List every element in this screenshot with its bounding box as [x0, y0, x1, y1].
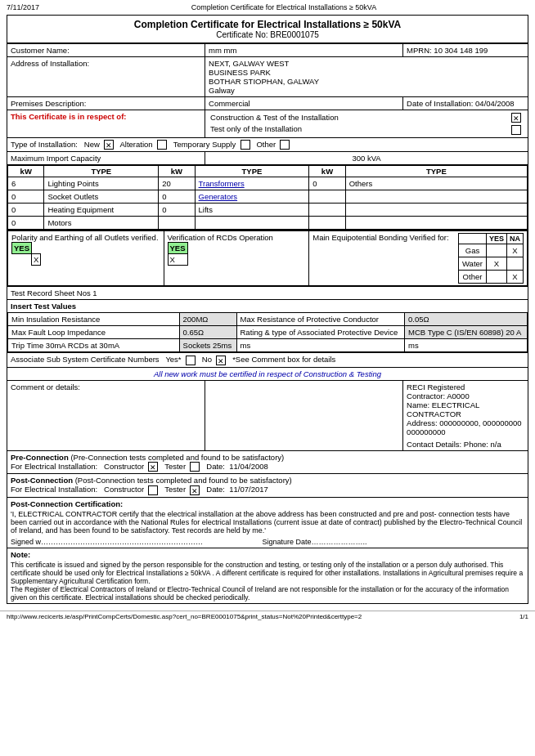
load-kw3-4 — [309, 217, 345, 230]
pre-connection-cell: Pre-Connection (Pre-Connection tests com… — [7, 450, 528, 473]
load-table-cell: kW TYPE kW TYPE kW TYPE 6 Lighting Point… — [7, 165, 528, 230]
load-kw3-1: 0 — [309, 177, 345, 190]
page: 7/11/2017 Completion Certificate for Ele… — [0, 0, 535, 756]
post-connection-row: Post-Connection (Post-Connection tests c… — [7, 474, 528, 497]
load-type2-4 — [195, 217, 309, 230]
yes-na-other-row: Other X — [459, 271, 524, 284]
customer-name-value: mm mm — [205, 44, 403, 57]
ins-row2: Max Fault Loop Impedance 0.65Ω Rating & … — [8, 326, 528, 339]
mprn-cell: MPRN: 10 304 148 199 — [403, 44, 528, 57]
address-row: Address of Installation: NEXT, GALWAY WE… — [7, 57, 528, 97]
customer-name-label: Customer Name: — [7, 44, 205, 57]
load-h-kw3: kW — [309, 166, 345, 177]
load-h-type1: TYPE — [44, 166, 159, 177]
main-outer-table: Customer Name: mm mm MPRN: 10 304 148 19… — [7, 43, 528, 604]
load-h-type2: TYPE — [195, 166, 309, 177]
checkbox-pre-tester — [190, 462, 200, 472]
max-fault-value-cell: 0.65Ω — [179, 326, 236, 339]
polarity-yes-table: YES X — [11, 242, 41, 266]
load-row-3: 0 Heating Equipment 0 Lifts — [8, 204, 528, 217]
yes-na-other-na: X — [507, 271, 524, 284]
reci-contact: Contact Details: Phone: n/a — [407, 440, 524, 449]
min-ins-label-cell: Min Insulation Resistance — [8, 313, 180, 326]
load-table-row: kW TYPE kW TYPE kW TYPE 6 Lighting Point… — [7, 165, 528, 230]
max-import-label: Maximum Import Capacity — [7, 152, 205, 165]
yes-na-h-yes: YES — [486, 234, 506, 244]
yes-na-table: YES NA Gas X Water — [458, 233, 524, 284]
yes-na-other-label: Other — [459, 271, 487, 284]
polarity-inner-row: Polarity and Earthing of all Outlets ver… — [8, 231, 528, 286]
polarity-yes-cell: YES — [12, 243, 32, 254]
load-h-type3: TYPE — [345, 166, 527, 177]
yes-na-water-yes: X — [486, 257, 506, 271]
load-row-4: 0 Motors — [8, 217, 528, 230]
load-kw2-2: 0 — [159, 190, 195, 204]
customer-name-row: Customer Name: mm mm MPRN: 10 304 148 19… — [7, 44, 528, 57]
yes-na-h-na: NA — [507, 234, 524, 244]
load-row-1: 6 Lighting Points 20 Transformers 0 Othe… — [8, 177, 528, 190]
premises-label: Premises Description: — [7, 97, 205, 110]
address-label: Address of Installation: — [7, 57, 205, 97]
load-type2-1: Transformers — [195, 177, 309, 190]
cert-title: Completion Certificate for Electrical In… — [9, 19, 526, 30]
checkbox-pre-constructor — [148, 462, 158, 472]
sub-system-row: Associate Sub System Certificate Numbers… — [7, 353, 528, 367]
checkbox-sub-no — [216, 356, 226, 365]
load-kw1-1: 6 — [8, 177, 44, 190]
installation-type-cell: Type of Installation: New Alteration Tem… — [7, 137, 528, 151]
bottom-page: 1/1 — [519, 613, 528, 620]
bottom-bar: http://www.recicerts.ie/asp/PrintCompCer… — [0, 611, 535, 622]
cert-no-label: Certificate No: — [216, 30, 268, 39]
load-h-kw1: kW — [8, 166, 44, 177]
load-type1-1: Lighting Points — [44, 177, 159, 190]
note-title: Note: — [11, 550, 30, 559]
cert-respect-options: Construction & Test of the Installation … — [205, 110, 528, 138]
sub-system-cell: Associate Sub System Certificate Numbers… — [7, 353, 528, 367]
yes-na-gas-yes — [486, 244, 506, 257]
respect-option2-text: Test only of the Installation — [209, 123, 508, 135]
test-record-row: Test Record Sheet Nos 1 — [7, 287, 528, 300]
load-type1-2: Socket Outlets — [44, 190, 159, 204]
cert-no-value: BRE0001075 — [270, 30, 319, 39]
checkbox-construction — [511, 113, 521, 123]
load-kw2-1: 20 — [159, 177, 195, 190]
cert-respect-label: This Certificate is in respect of: — [7, 110, 205, 138]
yes-na-h-label — [459, 234, 487, 244]
insert-test-row: Insert Test Values Min Insulation Resist… — [7, 300, 528, 353]
top-bar: 7/11/2017 Completion Certificate for Ele… — [0, 0, 535, 13]
notice-row: All new work must be certified in respec… — [7, 367, 528, 380]
post-cert-title: Post-Connection Certification: — [11, 499, 524, 508]
cert-respect-row: This Certificate is in respect of: Const… — [7, 110, 528, 138]
top-title: Completion Certificate for Electrical In… — [191, 3, 376, 11]
comment-blank-cell — [205, 380, 403, 450]
load-table: kW TYPE kW TYPE kW TYPE 6 Lighting Point… — [7, 165, 528, 230]
load-type3-2 — [345, 190, 527, 204]
verification-yes-row: YES — [168, 243, 187, 254]
respect-table: Construction & Test of the Installation … — [209, 112, 524, 136]
polarity-yes-row: YES — [12, 243, 41, 254]
checkbox-post-constructor — [148, 485, 158, 495]
max-res-label-cell: Max Resistance of Protective Conductor — [236, 313, 405, 326]
checkbox-test-only — [511, 125, 521, 135]
yes-na-gas-label: Gas — [459, 244, 487, 257]
checkbox-other — [280, 140, 290, 150]
ins-row1: Min Insulation Resistance 200MΩ Max Resi… — [8, 313, 528, 326]
load-type1-3: Heating Equipment — [44, 204, 159, 217]
rating-label-cell: Rating & type of Associated Protective D… — [236, 326, 405, 339]
post-cert-text: 'I, ELECTRICAL CONTRACTOR certify that t… — [11, 510, 524, 535]
load-kw1-4: 0 — [8, 217, 44, 230]
respect-option1-checkbox — [508, 112, 524, 123]
respect-row1: Construction & Test of the Installation — [209, 112, 524, 123]
load-type3-3 — [345, 204, 527, 217]
load-type3-1: Others — [345, 177, 527, 190]
max-import-value: 300 kVA — [205, 152, 528, 165]
insert-test-cell: Insert Test Values Min Insulation Resist… — [7, 300, 528, 353]
cert-no-line: Certificate No: BRE0001075 — [9, 30, 526, 39]
checkbox-sub-yes — [186, 356, 196, 365]
top-date: 7/11/2017 — [7, 3, 39, 11]
yes-na-header-row: YES NA — [459, 234, 524, 244]
polarity-table: Polarity and Earthing of all Outlets ver… — [7, 230, 528, 286]
insert-test-table: Min Insulation Resistance 200MΩ Max Resi… — [7, 312, 528, 352]
min-ins-value-cell: 200MΩ — [179, 313, 236, 326]
yes-na-water-label: Water — [459, 257, 487, 271]
